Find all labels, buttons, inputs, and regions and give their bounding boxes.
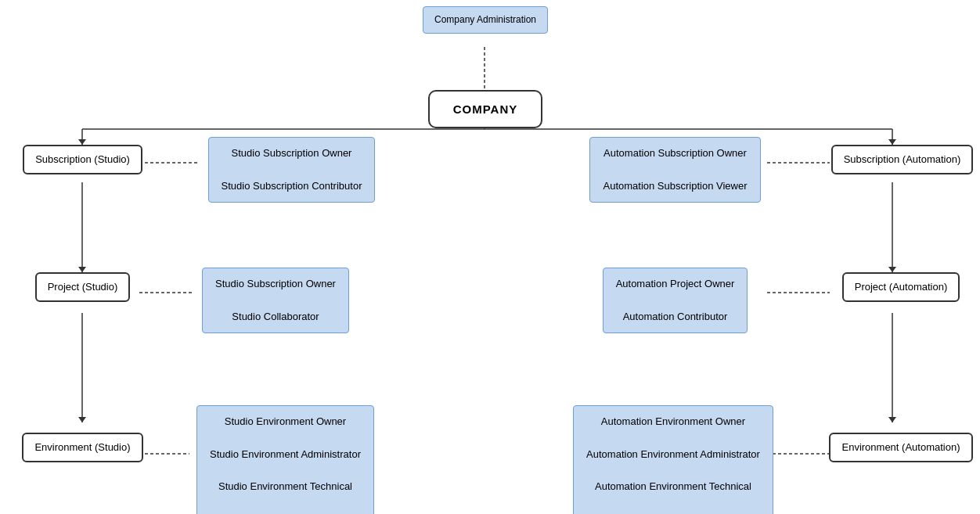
company-admin-box: Company Administration <box>423 6 548 34</box>
project-studio-node: Project (Studio) <box>14 272 151 302</box>
roles-env-studio-node: Studio Environment OwnerStudio Environme… <box>189 405 381 514</box>
project-studio-box: Project (Studio) <box>35 272 131 302</box>
roles-env-automation-label: Automation Environment OwnerAutomation E… <box>586 415 760 514</box>
svg-marker-6 <box>888 139 896 145</box>
project-automation-box: Project (Automation) <box>842 272 960 302</box>
roles-sub-automation-label: Automation Subscription OwnerAutomation … <box>603 147 747 192</box>
project-automation-label: Project (Automation) <box>855 281 948 293</box>
roles-proj-automation-box: Automation Project OwnerAutomation Contr… <box>603 268 748 333</box>
env-automation-box: Environment (Automation) <box>829 433 972 462</box>
env-studio-node: Environment (Studio) <box>14 433 151 462</box>
sub-studio-box: Subscription (Studio) <box>23 145 142 174</box>
roles-sub-automation-box: Automation Subscription OwnerAutomation … <box>589 137 760 203</box>
sub-automation-box: Subscription (Automation) <box>831 145 974 174</box>
project-automation-node: Project (Automation) <box>830 272 972 302</box>
roles-proj-automation-label: Automation Project OwnerAutomation Contr… <box>616 278 735 322</box>
sub-studio-label: Subscription (Studio) <box>35 153 130 165</box>
project-studio-label: Project (Studio) <box>48 281 118 293</box>
roles-proj-studio-node: Studio Subscription OwnerStudio Collabor… <box>193 268 358 333</box>
svg-marker-14 <box>888 417 896 422</box>
company-admin-label: Company Administration <box>434 14 536 25</box>
roles-env-studio-box: Studio Environment OwnerStudio Environme… <box>196 405 374 514</box>
svg-marker-8 <box>78 267 86 272</box>
env-automation-label: Environment (Automation) <box>841 441 960 453</box>
roles-proj-automation-node: Automation Project OwnerAutomation Contr… <box>583 268 767 333</box>
roles-proj-studio-label: Studio Subscription OwnerStudio Collabor… <box>215 278 336 322</box>
company-box: COMPANY <box>428 90 543 128</box>
roles-sub-studio-node: Studio Subscription OwnerStudio Subscrip… <box>200 137 384 203</box>
roles-proj-studio-box: Studio Subscription OwnerStudio Collabor… <box>202 268 349 333</box>
env-studio-label: Environment (Studio) <box>34 441 130 453</box>
svg-marker-4 <box>78 139 86 145</box>
roles-sub-studio-label: Studio Subscription OwnerStudio Subscrip… <box>222 147 362 192</box>
roles-sub-automation-node: Automation Subscription OwnerAutomation … <box>583 137 767 203</box>
roles-sub-studio-box: Studio Subscription OwnerStudio Subscrip… <box>208 137 376 203</box>
company-label: COMPANY <box>453 102 518 116</box>
svg-marker-12 <box>78 417 86 422</box>
env-automation-node: Environment (Automation) <box>826 433 976 462</box>
company-admin-node: Company Administration <box>436 6 535 34</box>
svg-marker-10 <box>888 267 896 272</box>
roles-env-automation-node: Automation Environment OwnerAutomation E… <box>571 405 775 514</box>
sub-studio-node: Subscription (Studio) <box>14 145 151 174</box>
sub-automation-label: Subscription (Automation) <box>844 153 961 165</box>
env-studio-box: Environment (Studio) <box>22 433 142 462</box>
company-node: COMPANY <box>391 90 579 128</box>
sub-automation-node: Subscription (Automation) <box>830 145 975 174</box>
diagram-container: Company Administration COMPANY Subscript… <box>0 0 980 514</box>
roles-env-studio-label: Studio Environment OwnerStudio Environme… <box>210 415 361 514</box>
roles-env-automation-box: Automation Environment OwnerAutomation E… <box>573 405 773 514</box>
